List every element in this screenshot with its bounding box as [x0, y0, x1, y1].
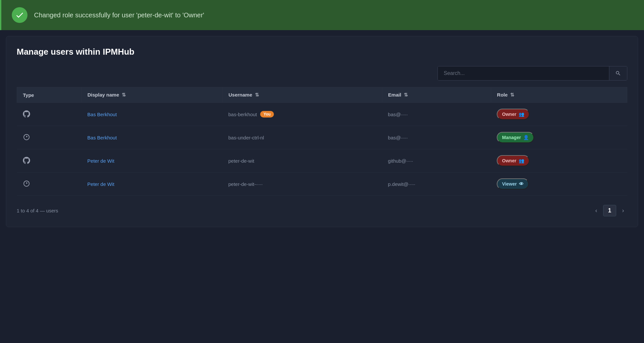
type-cell: [17, 103, 81, 126]
username-text: peter-de-wit-·····: [228, 181, 263, 187]
display-name-link[interactable]: Peter de Wit: [87, 181, 115, 187]
role-icon: 👤: [523, 135, 529, 140]
display-name-cell: Bas Berkhout: [81, 126, 223, 149]
sort-icon-display-name: ⇅: [122, 92, 126, 98]
success-message: Changed role successfully for user 'pete…: [34, 11, 204, 19]
search-input[interactable]: [438, 66, 609, 80]
col-display-name[interactable]: Display name ⇅: [81, 87, 223, 103]
users-table: Type Display name ⇅ Username ⇅ Email ⇅ R…: [17, 87, 627, 196]
col-username[interactable]: Username ⇅: [223, 87, 382, 103]
type-cell: [17, 149, 81, 172]
display-name-link[interactable]: Bas Berkhout: [87, 112, 117, 117]
table-row: Bas Berkhoutbas-under-ctrl-nlbas@·····Ma…: [17, 126, 627, 149]
role-cell: Owner 👥: [491, 149, 627, 172]
display-name-cell: Bas Berkhout: [81, 103, 223, 126]
sort-icon-username: ⇅: [255, 92, 259, 98]
type-cell: [17, 172, 81, 196]
table-row: Bas Berkhoutbas-berkhoutYoubas@·····Owne…: [17, 103, 627, 126]
role-badge-button[interactable]: Manager 👤: [497, 132, 534, 143]
page-title: Manage users within IPMHub: [17, 47, 627, 57]
prev-page-button[interactable]: ‹: [592, 205, 600, 216]
username-cell: peter-de-wit-·····: [223, 172, 382, 196]
role-icon: 👥: [519, 112, 524, 117]
github-icon: [23, 157, 30, 165]
current-page-button[interactable]: 1: [603, 205, 616, 216]
gitea-icon: [23, 180, 30, 188]
type-cell: [17, 126, 81, 149]
display-name-link[interactable]: Peter de Wit: [87, 158, 115, 164]
username-cell: bas-berkhoutYou: [223, 103, 382, 126]
success-icon: [12, 7, 27, 23]
table-row: Peter de Witpeter-de-witgithub@·····Owne…: [17, 149, 627, 172]
email-cell: github@·····: [382, 149, 491, 172]
email-cell: bas@·····: [382, 103, 491, 126]
role-icon: 👥: [519, 158, 524, 163]
sort-icon-email: ⇅: [404, 92, 408, 98]
email-cell: bas@·····: [382, 126, 491, 149]
role-icon: 👁: [519, 181, 524, 187]
role-label: Owner: [502, 158, 516, 163]
search-wrapper: [438, 66, 627, 81]
col-role[interactable]: Role ⇅: [491, 87, 627, 103]
success-banner: Changed role successfully for user 'pete…: [0, 0, 644, 30]
display-name-link[interactable]: Bas Berkhout: [87, 135, 117, 140]
username-text: bas-berkhout: [228, 112, 257, 117]
pagination-controls: ‹ 1 ›: [592, 205, 627, 216]
gitea-icon: [23, 134, 30, 142]
display-name-cell: Peter de Wit: [81, 172, 223, 196]
role-badge-button[interactable]: Viewer 👁: [497, 178, 529, 190]
username-text: peter-de-wit: [228, 158, 254, 164]
pagination-summary: 1 to 4 of 4 — users: [17, 208, 58, 213]
email-cell: p.dewit@·····: [382, 172, 491, 196]
pagination: 1 to 4 of 4 — users ‹ 1 ›: [17, 205, 627, 216]
main-container: Manage users within IPMHub Type Display …: [6, 36, 638, 227]
table-header-row: Type Display name ⇅ Username ⇅ Email ⇅ R…: [17, 87, 627, 103]
next-page-button[interactable]: ›: [619, 205, 627, 216]
username-text: bas-under-ctrl-nl: [228, 135, 264, 140]
col-email[interactable]: Email ⇅: [382, 87, 491, 103]
role-label: Viewer: [502, 181, 517, 187]
role-label: Manager: [502, 135, 521, 140]
role-label: Owner: [502, 112, 516, 117]
role-cell: Viewer 👁: [491, 172, 627, 196]
role-badge-button[interactable]: Owner 👥: [497, 155, 529, 166]
you-badge: You: [260, 111, 274, 117]
role-badge-button[interactable]: Owner 👥: [497, 109, 529, 120]
search-icon: [615, 70, 621, 76]
col-type: Type: [17, 87, 81, 103]
search-button[interactable]: [609, 66, 627, 80]
table-row: Peter de Witpeter-de-wit-·····p.dewit@··…: [17, 172, 627, 196]
github-icon: [23, 110, 30, 118]
sort-icon-role: ⇅: [510, 92, 514, 98]
search-row: [17, 66, 627, 81]
username-cell: peter-de-wit: [223, 149, 382, 172]
role-cell: Manager 👤: [491, 126, 627, 149]
role-cell: Owner 👥: [491, 103, 627, 126]
display-name-cell: Peter de Wit: [81, 149, 223, 172]
username-cell: bas-under-ctrl-nl: [223, 126, 382, 149]
